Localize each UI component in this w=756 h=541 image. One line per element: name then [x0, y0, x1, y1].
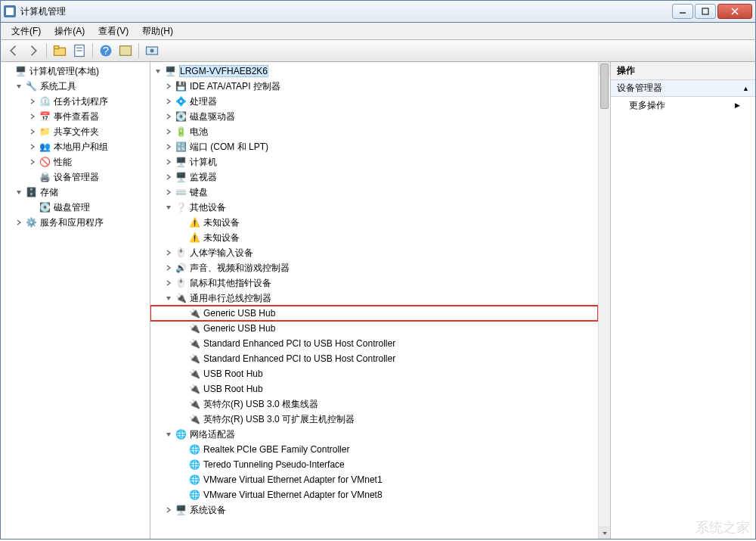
scrollbar-vertical[interactable]	[598, 62, 610, 539]
forward-button[interactable]	[25, 42, 42, 59]
tree-local-users[interactable]: 👥本地用户和组	[1, 139, 150, 154]
tree-shared-folders[interactable]: 📁共享文件夹	[1, 124, 150, 139]
chevron-right-icon[interactable]	[28, 142, 37, 151]
device-node[interactable]: 🖥️系统设备	[150, 502, 598, 518]
minimize-button[interactable]	[672, 4, 693, 19]
device-node[interactable]: 🌐VMware Virtual Ethernet Adapter for VMn…	[150, 487, 598, 502]
device-node[interactable]: 🔌Standard Enhanced PCI to USB Host Contr…	[150, 351, 598, 366]
chevron-right-icon[interactable]	[164, 82, 173, 91]
chevron-right-icon[interactable]	[28, 112, 37, 121]
device-node[interactable]: 🌐网络适配器	[150, 427, 598, 442]
device-node[interactable]: 🔌USB Root Hub	[150, 366, 598, 381]
device-node[interactable]: 🔌Standard Enhanced PCI to USB Host Contr…	[150, 336, 598, 351]
chevron-down-icon[interactable]	[14, 188, 23, 197]
chevron-right-icon[interactable]	[28, 127, 37, 136]
device-label: 英特尔(R) USB 3.0 根集线器	[203, 398, 318, 411]
tree-system-tools[interactable]: 🔧 系统工具	[1, 79, 150, 94]
close-button[interactable]	[717, 4, 752, 19]
device-label: 其他设备	[190, 201, 226, 214]
actions-more[interactable]: 更多操作 ▶	[611, 97, 755, 113]
device-node[interactable]: 🔌USB Root Hub	[150, 381, 598, 396]
back-button[interactable]	[5, 42, 22, 59]
device-label: 监视器	[190, 171, 217, 184]
chevron-right-icon[interactable]	[164, 188, 173, 197]
device-node[interactable]: 🔌英特尔(R) USB 3.0 可扩展主机控制器	[150, 412, 598, 427]
device-tree[interactable]: 🖥️LRGM-VVFHAEB2K6💾IDE ATA/ATAPI 控制器💠处理器💽…	[150, 62, 598, 539]
center-pane: 🖥️LRGM-VVFHAEB2K6💾IDE ATA/ATAPI 控制器💠处理器💽…	[150, 62, 610, 539]
device-icon: ⚠️	[188, 232, 200, 244]
folder-up-button[interactable]	[51, 42, 68, 59]
computer-icon: 🖥️	[14, 65, 26, 77]
device-node[interactable]: 🌐VMware Virtual Ethernet Adapter for VMn…	[150, 472, 598, 487]
device-node[interactable]: 🔊声音、视频和游戏控制器	[150, 260, 598, 275]
device-label: USB Root Hub	[203, 368, 263, 379]
window-buttons	[672, 4, 752, 19]
chevron-right-icon[interactable]	[164, 263, 173, 272]
device-node[interactable]: ⚠️未知设备	[150, 230, 598, 245]
tree-storage[interactable]: 🗄️ 存储	[1, 185, 150, 200]
chevron-right-icon[interactable]	[28, 157, 37, 166]
left-nav-tree[interactable]: 🖥️ 计算机管理(本地) 🔧 系统工具 ⏲️任务计划程序 📅事件查看器	[1, 62, 150, 539]
toolbar-button-6[interactable]	[117, 42, 134, 59]
chevron-right-icon[interactable]	[164, 127, 173, 136]
menu-view[interactable]: 查看(V)	[92, 23, 135, 39]
help-button[interactable]: ?	[98, 42, 114, 59]
chevron-right-icon[interactable]	[164, 173, 173, 182]
chevron-right-icon[interactable]	[164, 278, 173, 288]
device-icon: ❔	[175, 201, 187, 213]
chevron-right-icon[interactable]	[164, 97, 173, 106]
chevron-right-icon[interactable]	[164, 142, 173, 151]
scrollbar-thumb[interactable]	[600, 64, 609, 109]
chevron-down-icon[interactable]	[14, 82, 23, 91]
tree-disk-mgmt[interactable]: 💽磁盘管理	[1, 200, 150, 215]
menubar: 文件(F) 操作(A) 查看(V) 帮助(H)	[0, 23, 756, 39]
device-node[interactable]: 🖥️计算机	[150, 154, 598, 169]
device-node[interactable]: 🖥️监视器	[150, 169, 598, 185]
device-node[interactable]: 🔌Generic USB Hub	[150, 321, 598, 336]
tree-device-manager[interactable]: 🖨️设备管理器	[1, 169, 150, 185]
chevron-down-icon[interactable]	[164, 203, 173, 212]
chevron-right-icon[interactable]	[28, 97, 37, 106]
menu-help[interactable]: 帮助(H)	[136, 23, 179, 39]
device-node[interactable]: 💽磁盘驱动器	[150, 109, 598, 124]
menu-action[interactable]: 操作(A)	[48, 23, 91, 39]
device-node[interactable]: 🔣端口 (COM 和 LPT)	[150, 139, 598, 154]
device-node[interactable]: 🔋电池	[150, 124, 598, 139]
device-node[interactable]: 🖱️人体学输入设备	[150, 245, 598, 260]
device-icon: 🔌	[188, 383, 200, 395]
device-node[interactable]: 🔌Generic USB Hub	[150, 306, 598, 321]
maximize-button[interactable]	[695, 4, 716, 19]
device-node[interactable]: ⌨️键盘	[150, 185, 598, 200]
device-node[interactable]: 🔌英特尔(R) USB 3.0 根集线器	[150, 396, 598, 412]
device-node[interactable]: 💾IDE ATA/ATAPI 控制器	[150, 79, 598, 94]
tree-performance[interactable]: 🚫性能	[1, 154, 150, 169]
device-root[interactable]: 🖥️LRGM-VVFHAEB2K6	[150, 64, 598, 79]
device-icon: 🖨️	[39, 171, 51, 183]
chevron-down-icon[interactable]	[164, 430, 173, 439]
scroll-down-button[interactable]	[599, 527, 610, 539]
device-node[interactable]: 🔌通用串行总线控制器	[150, 291, 598, 306]
chevron-down-icon[interactable]	[164, 294, 173, 303]
tree-task-scheduler[interactable]: ⏲️任务计划程序	[1, 94, 150, 109]
device-node[interactable]: ⚠️未知设备	[150, 215, 598, 230]
chevron-right-icon[interactable]	[164, 157, 173, 166]
tree-services[interactable]: ⚙️ 服务和应用程序	[1, 215, 150, 230]
device-node[interactable]: 🖱️鼠标和其他指针设备	[150, 275, 598, 291]
device-label: 处理器	[190, 95, 217, 108]
chevron-right-icon[interactable]	[164, 248, 173, 257]
client-area: 🖥️ 计算机管理(本地) 🔧 系统工具 ⏲️任务计划程序 📅事件查看器	[0, 62, 756, 539]
toolbar-button-7[interactable]	[144, 42, 160, 59]
device-node[interactable]: 🌐Teredo Tunneling Pseudo-Interface	[150, 457, 598, 472]
tree-root-local[interactable]: 🖥️ 计算机管理(本地)	[1, 64, 150, 79]
actions-section[interactable]: 设备管理器 ▲	[611, 80, 755, 97]
device-node[interactable]: 🌐Realtek PCIe GBE Family Controller	[150, 442, 598, 457]
properties-button[interactable]	[71, 42, 88, 59]
device-node[interactable]: 💠处理器	[150, 94, 598, 109]
tree-event-viewer[interactable]: 📅事件查看器	[1, 109, 150, 124]
chevron-down-icon[interactable]	[153, 67, 163, 76]
chevron-right-icon[interactable]	[164, 505, 173, 515]
menu-file[interactable]: 文件(F)	[5, 23, 47, 39]
device-node[interactable]: ❔其他设备	[150, 200, 598, 215]
chevron-right-icon[interactable]	[14, 218, 23, 227]
chevron-right-icon[interactable]	[164, 112, 173, 121]
